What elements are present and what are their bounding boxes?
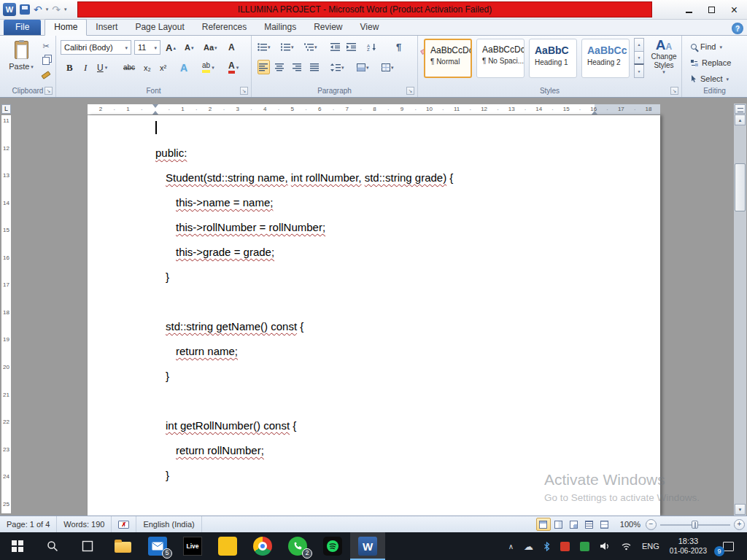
superscript-button[interactable]: x² <box>160 60 166 75</box>
undo-dropdown-icon[interactable]: ▾ <box>46 7 49 12</box>
action-center-button[interactable]: 9 <box>713 532 741 560</box>
restore-button[interactable] <box>700 1 723 19</box>
style-card-no-spaci[interactable]: AaBbCcDc¶ No Spaci... <box>476 39 525 78</box>
tab-references[interactable]: References <box>193 20 255 35</box>
scroll-up-button[interactable]: ▲ <box>735 114 746 125</box>
clipboard-dialog-launcher[interactable]: ↘ <box>44 87 53 95</box>
volume-icon[interactable] <box>595 532 615 560</box>
style-card-normal[interactable]: AaBbCcDc¶ Normal <box>424 39 472 78</box>
proofing-status[interactable]: ✗ <box>112 516 136 532</box>
tab-review[interactable]: Review <box>305 20 351 35</box>
font-color-button[interactable]: A▾ <box>228 60 239 75</box>
tab-home[interactable]: Home <box>44 19 87 36</box>
align-center-button[interactable] <box>275 60 285 74</box>
help-button[interactable]: ? <box>732 23 743 34</box>
styles-dialog-launcher[interactable]: ↘ <box>670 87 678 95</box>
format-painter-button[interactable] <box>39 69 53 81</box>
styles-gallery-more-button[interactable]: ▼ <box>634 63 644 78</box>
vertical-ruler[interactable]: 111213141516171819202122232425 <box>1 115 11 513</box>
text-effects-button[interactable]: A <box>180 60 187 75</box>
styles-scroll-up-button[interactable]: ▲ <box>634 38 644 52</box>
mail-app-button[interactable]: 5 <box>140 532 175 560</box>
scroll-down-button[interactable]: ▼ <box>735 504 746 515</box>
tab-file[interactable]: File <box>4 20 41 35</box>
paragraph-dialog-launcher[interactable]: ↘ <box>406 87 414 95</box>
sort-button[interactable]: AZ <box>367 39 377 54</box>
tab-stop-selector[interactable]: L <box>1 104 11 114</box>
replace-button[interactable]: Replace <box>691 58 731 67</box>
hanging-indent-marker[interactable] <box>152 111 158 114</box>
undo-button[interactable]: ↶ <box>34 4 42 15</box>
tab-insert[interactable]: Insert <box>87 20 126 35</box>
shrink-font-button[interactable]: A▾ <box>185 40 193 55</box>
font-size-select[interactable]: 11 ▾ <box>134 40 160 55</box>
tab-view[interactable]: View <box>352 20 388 35</box>
file-explorer-button[interactable] <box>105 532 140 560</box>
zoom-level[interactable]: 100% <box>620 520 640 529</box>
save-icon[interactable] <box>20 4 30 15</box>
whatsapp-button[interactable]: 2 <box>280 532 315 560</box>
multilevel-list-button[interactable]: ▾ <box>304 39 317 54</box>
start-button[interactable] <box>0 532 35 560</box>
word-count[interactable]: Words: 190 <box>57 516 112 532</box>
vertical-scrollbar[interactable]: ▲ ▼ <box>734 104 746 516</box>
change-styles-button[interactable]: AA Change Styles ▾ <box>647 38 681 74</box>
task-view-button[interactable] <box>70 532 105 560</box>
zoom-slider[interactable] <box>660 519 730 530</box>
taskbar-search-button[interactable] <box>35 532 70 560</box>
change-case-button[interactable]: Aa▾ <box>204 40 217 55</box>
tab-page-layout[interactable]: Page Layout <box>126 20 193 35</box>
underline-button[interactable]: U▾ <box>97 60 107 75</box>
cut-button[interactable]: ✂ <box>39 40 53 52</box>
shading-button[interactable]: ▾ <box>357 60 369 74</box>
strikethrough-button[interactable]: abc <box>123 60 135 75</box>
increase-indent-button[interactable] <box>347 39 356 54</box>
fullscreen-reading-view-button[interactable] <box>551 518 566 531</box>
zoom-in-button[interactable]: + <box>734 519 745 530</box>
chrome-button[interactable] <box>245 532 280 560</box>
align-left-button[interactable] <box>258 60 270 74</box>
decrease-indent-button[interactable] <box>330 39 340 54</box>
document-page[interactable]: public:Student(std::string name, int rol… <box>88 115 660 516</box>
toggle-ruler-button[interactable] <box>735 104 746 114</box>
yellow-app-button[interactable] <box>210 532 245 560</box>
page-indicator[interactable]: Page: 1 of 4 <box>0 516 57 532</box>
align-right-button[interactable] <box>293 60 302 74</box>
green-app-tray-icon[interactable] <box>576 532 594 560</box>
network-icon[interactable] <box>616 532 636 560</box>
print-layout-view-button[interactable] <box>536 518 551 531</box>
font-family-select[interactable]: Calibri (Body) ▾ <box>61 40 131 55</box>
font-dialog-launcher[interactable]: ↘ <box>240 87 248 95</box>
close-button[interactable]: × <box>723 1 746 19</box>
highlight-color-button[interactable]: ab▾ <box>202 60 214 75</box>
live-app-button[interactable]: Live <box>175 532 210 560</box>
show-hide-formatting-button[interactable]: ¶ <box>396 39 401 54</box>
bold-button[interactable]: B <box>66 60 73 75</box>
language-indicator-tray[interactable]: ENG <box>638 532 664 560</box>
select-button[interactable]: Select▾ <box>691 74 729 83</box>
find-button[interactable]: Find▾ <box>691 42 722 51</box>
word-taskbar-button[interactable]: W <box>350 532 385 560</box>
justify-button[interactable] <box>310 60 320 74</box>
first-line-indent-marker[interactable] <box>152 104 158 108</box>
subscript-button[interactable]: x₂ <box>144 60 151 75</box>
paste-button[interactable]: Paste▾ <box>4 39 38 84</box>
tab-mailings[interactable]: Mailings <box>255 20 305 35</box>
hidden-icons-button[interactable]: ∧ <box>504 532 518 560</box>
numbering-button[interactable]: ▾ <box>281 39 294 54</box>
red-app-tray-icon[interactable] <box>556 532 574 560</box>
bluetooth-icon[interactable] <box>539 532 554 560</box>
minimize-button[interactable] <box>678 1 700 19</box>
borders-button[interactable]: ▾ <box>382 60 394 74</box>
style-card-heading-2[interactable]: AaBbCcHeading 2 <box>581 39 630 78</box>
outline-view-button[interactable] <box>582 518 597 531</box>
customize-qat-button[interactable]: ▾ <box>64 7 67 12</box>
scrollbar-thumb[interactable] <box>735 163 746 211</box>
zoom-out-button[interactable]: − <box>646 519 657 530</box>
redo-button[interactable]: ↷ <box>52 4 61 15</box>
line-spacing-button[interactable]: ▾ <box>330 60 344 74</box>
zoom-slider-thumb[interactable] <box>692 521 698 529</box>
bullets-button[interactable]: ▾ <box>258 39 271 54</box>
web-layout-view-button[interactable] <box>567 518 581 531</box>
styles-scroll-down-button[interactable]: ▼ <box>634 51 644 65</box>
